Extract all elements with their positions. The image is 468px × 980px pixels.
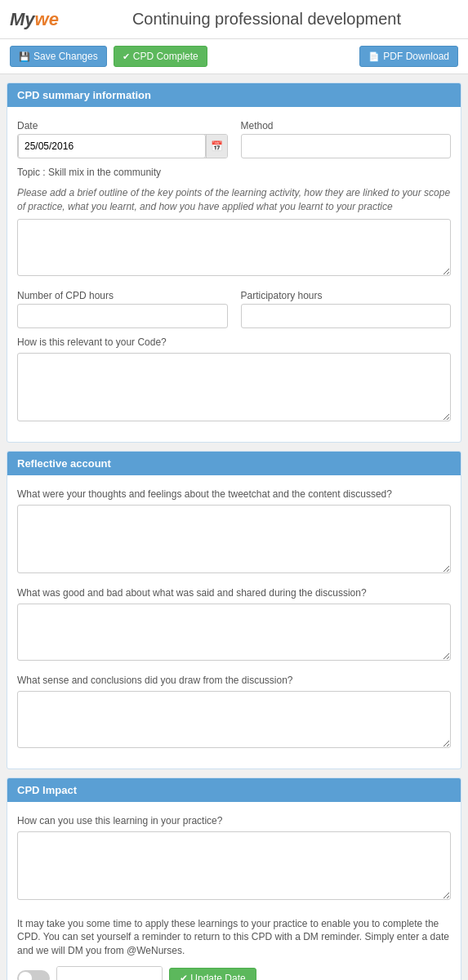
impact-q1-textarea[interactable] — [17, 831, 451, 900]
method-input[interactable] — [241, 134, 452, 158]
reminder-toggle[interactable] — [17, 970, 50, 980]
method-label: Method — [241, 120, 452, 131]
save-button[interactable]: 💾 Save Changes — [10, 46, 107, 67]
save-icon: 💾 — [19, 51, 30, 62]
date-group: Date 📅 — [17, 117, 228, 158]
cpd-impact-section: CPD Impact How can you use this learning… — [7, 777, 461, 980]
logo-we-text: we — [35, 9, 59, 30]
cpd-complete-button[interactable]: ✔ CPD Complete — [114, 46, 207, 67]
cpd-summary-header: CPD summary information — [7, 83, 461, 107]
reminder-toggle-row: 📅 ✔ Update Date — [17, 966, 451, 980]
cpd-summary-body: Date 📅 Method Topic : Skill mix in the c… — [7, 107, 461, 442]
page-title: Continuing professional development — [75, 10, 458, 29]
cpd-hours-input[interactable] — [17, 304, 228, 328]
pdf-icon: 📄 — [368, 51, 380, 62]
reflective-account-body: What were your thoughts and feelings abo… — [7, 475, 461, 768]
reflective-q1-textarea[interactable] — [17, 505, 451, 573]
cpd-summary-section: CPD summary information Date 📅 Method To… — [7, 82, 461, 443]
relevance-textarea[interactable] — [17, 353, 451, 421]
reflective-q2-textarea[interactable] — [17, 604, 451, 661]
toolbar-right: 📄 PDF Download — [359, 46, 458, 67]
reminder-text: It may take you some time to apply these… — [17, 917, 451, 958]
relevance-label: How is this relevant to your Code? — [17, 336, 451, 348]
reflective-q3-label: What sense and conclusions did you draw … — [17, 675, 451, 686]
cpd-hours-group: Number of CPD hours — [17, 287, 228, 328]
header: My we Continuing professional developmen… — [0, 0, 468, 39]
topic-row: Topic : Skill mix in the community — [17, 167, 451, 178]
check-icon: ✔ — [123, 51, 130, 62]
date-label: Date — [17, 120, 228, 131]
date-method-row: Date 📅 Method — [17, 117, 451, 158]
reminder-date-wrapper: 📅 — [56, 966, 163, 980]
pdf-download-button[interactable]: 📄 PDF Download — [359, 46, 458, 67]
impact-q1-label: How can you use this learning in your pr… — [17, 815, 451, 826]
reflective-account-section: Reflective account What were your though… — [7, 451, 461, 769]
date-wrapper: 📅 — [17, 134, 228, 158]
participatory-group: Participatory hours — [241, 287, 452, 328]
toggle-slider — [17, 970, 50, 980]
toolbar: 💾 Save Changes ✔ CPD Complete 📄 PDF Down… — [0, 39, 468, 74]
reflective-account-header: Reflective account — [7, 452, 461, 475]
topic-text: Topic : Skill mix in the community — [17, 167, 161, 178]
hours-row: Number of CPD hours Participatory hours — [17, 287, 451, 328]
instruction-text: Please add a brief outline of the key po… — [17, 186, 451, 214]
logo-my-text: My — [10, 9, 35, 30]
learning-textarea[interactable] — [17, 219, 451, 276]
update-date-button[interactable]: ✔ Update Date — [169, 968, 256, 980]
cpd-impact-header: CPD Impact — [7, 778, 461, 802]
toolbar-left: 💾 Save Changes ✔ CPD Complete — [10, 46, 207, 67]
cpd-hours-label: Number of CPD hours — [17, 290, 228, 301]
participatory-input[interactable] — [241, 304, 452, 328]
reflective-q2-label: What was good and bad about what was sai… — [17, 587, 451, 599]
method-group: Method — [241, 117, 452, 158]
participatory-label: Participatory hours — [241, 290, 452, 301]
cpd-impact-body: How can you use this learning in your pr… — [7, 802, 461, 980]
reflective-q3-textarea[interactable] — [17, 691, 451, 748]
calendar-button[interactable]: 📅 — [206, 135, 227, 158]
logo: My we — [10, 9, 59, 30]
reflective-q1-label: What were your thoughts and feelings abo… — [17, 488, 451, 500]
check-icon-small: ✔ — [180, 973, 190, 980]
reminder-date-input[interactable] — [57, 967, 163, 980]
date-input[interactable] — [18, 134, 206, 158]
